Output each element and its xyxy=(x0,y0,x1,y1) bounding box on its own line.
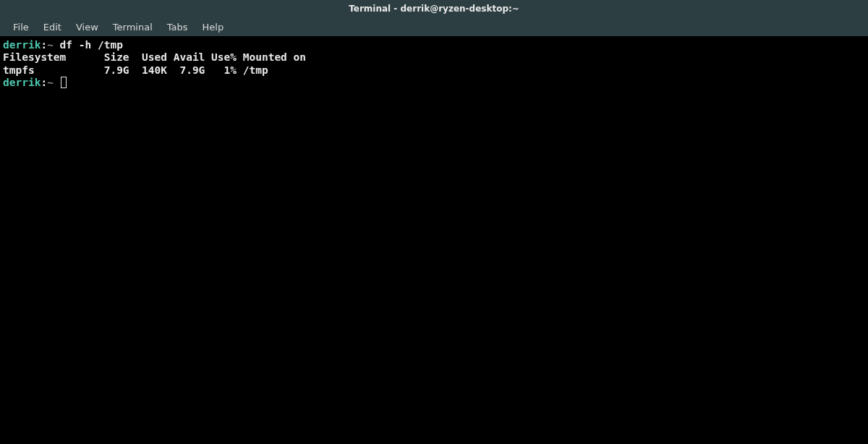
df-output-header: Filesystem Size Used Avail Use% Mounted … xyxy=(3,51,306,63)
menu-edit[interactable]: Edit xyxy=(36,19,69,35)
command-text xyxy=(54,39,60,51)
prompt-colon: : xyxy=(41,39,47,51)
menu-tabs[interactable]: Tabs xyxy=(160,19,195,35)
window-titlebar: Terminal - derrik@ryzen-desktop:~ xyxy=(0,0,868,17)
menu-view[interactable]: View xyxy=(69,19,106,35)
menu-terminal[interactable]: Terminal xyxy=(106,19,160,35)
prompt-path: ~ xyxy=(47,39,54,51)
command-line-1: df -h /tmp xyxy=(60,39,123,51)
menu-help[interactable]: Help xyxy=(195,19,231,35)
menu-file[interactable]: File xyxy=(6,19,36,35)
prompt-path-2: ~ xyxy=(47,77,54,88)
window-title: Terminal - derrik@ryzen-desktop:~ xyxy=(349,4,519,14)
cursor-block xyxy=(61,77,67,88)
menubar: File Edit View Terminal Tabs Help xyxy=(0,17,868,36)
prompt-user-2: derrik xyxy=(3,77,41,88)
prompt-colon-2: : xyxy=(41,77,47,88)
terminal-output-area[interactable]: derrik:~ df -h /tmp Filesystem Size Used… xyxy=(0,36,868,93)
df-output-row: tmpfs 7.9G 140K 7.9G 1% /tmp xyxy=(3,64,268,76)
prompt-user: derrik xyxy=(3,39,41,51)
